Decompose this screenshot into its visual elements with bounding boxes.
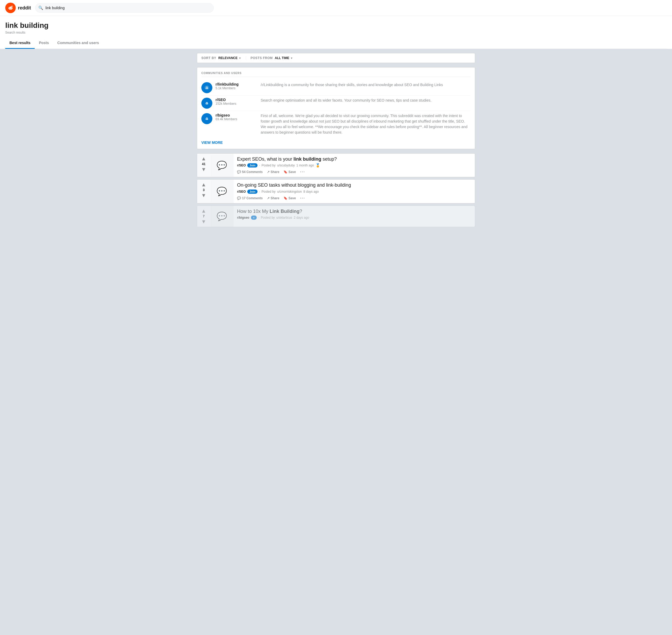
vote-column: ▲ 41 ▼ xyxy=(197,154,210,177)
community-members: 5.1k Members xyxy=(216,86,258,90)
tabs-container: Best results Posts Communities and users xyxy=(5,38,667,49)
dot-separator: · xyxy=(259,190,260,194)
post-title-suffix: ? xyxy=(300,209,302,214)
sort-value: RELEVANCE xyxy=(218,56,238,60)
more-actions[interactable]: ··· xyxy=(300,170,305,174)
tab-communities[interactable]: Communities and users xyxy=(53,38,103,49)
comments-action[interactable]: 💬 17 Comments xyxy=(237,196,263,200)
upvote-button[interactable]: ▲ xyxy=(201,208,206,214)
community-item: r/linkbuilding 5.1k Members /r/Linkbuild… xyxy=(201,80,471,95)
save-icon: 🔖 xyxy=(283,170,287,174)
award-icon: 🏅 xyxy=(316,163,320,168)
downvote-button[interactable]: ▼ xyxy=(201,219,206,225)
post-title[interactable]: Expert SEOs, what is your link building … xyxy=(237,156,471,162)
subreddit-name[interactable]: r/SEO xyxy=(237,163,246,167)
sort-relevance-button[interactable]: RELEVANCE ▼ xyxy=(218,56,241,60)
share-icon: ↗ xyxy=(267,170,269,174)
comments-count: 17 Comments xyxy=(242,196,263,200)
save-action[interactable]: 🔖 Save xyxy=(283,170,296,174)
share-label: Share xyxy=(270,170,279,174)
post-meta: r/SEO Join · Posted by u/scubyduby 1 mon… xyxy=(237,163,471,168)
comments-action[interactable]: 💬 54 Comments xyxy=(237,170,263,174)
vote-count: 7 xyxy=(203,215,205,218)
community-name[interactable]: r/SEO xyxy=(216,97,258,102)
logo[interactable]: reddit xyxy=(5,3,31,13)
post-thumbnail-icon: 💬 xyxy=(217,160,227,170)
view-more-button[interactable]: VIEW MORE xyxy=(201,140,223,145)
community-info: r/SEO 152k Members xyxy=(216,97,258,106)
search-title-area: link building Search results Best result… xyxy=(0,16,672,49)
community-avatar[interactable] xyxy=(201,97,212,109)
search-icon: 🔍 xyxy=(38,5,43,10)
community-item: r/SEO 152k Members Search engine optimis… xyxy=(201,95,471,111)
downvote-button[interactable]: ▼ xyxy=(201,192,206,198)
post-title-prefix: How to 10x My xyxy=(237,209,269,214)
upvote-button[interactable]: ▲ xyxy=(201,156,206,162)
page-title: link building xyxy=(5,21,667,30)
svg-point-3 xyxy=(11,7,12,8)
tab-posts[interactable]: Posts xyxy=(35,38,53,49)
sort-by-label: SORT BY xyxy=(201,56,216,60)
post-thumbnail: 💬 xyxy=(210,154,233,177)
post-actions: 💬 54 Comments ↗ Share 🔖 Save ··· xyxy=(237,170,471,174)
community-avatar[interactable] xyxy=(201,82,212,93)
sort-bar: SORT BY RELEVANCE ▼ | POSTS FROM ALL TIM… xyxy=(197,53,475,63)
dot-separator: · xyxy=(258,216,259,219)
svg-line-6 xyxy=(10,6,12,7)
share-icon: ↗ xyxy=(267,196,269,200)
join-button[interactable]: + xyxy=(251,216,257,220)
svg-point-5 xyxy=(12,6,12,7)
post-card: ▲ 41 ▼ 💬 Expert SEOs, what is your link … xyxy=(197,153,475,177)
share-action[interactable]: ↗ Share xyxy=(267,196,279,200)
posted-by-label: Posted by xyxy=(261,216,275,219)
community-description: /r/Linkbuilding is a community for those… xyxy=(261,82,471,88)
posts-from-button[interactable]: ALL TIME ▼ xyxy=(275,56,293,60)
share-action[interactable]: ↗ Share xyxy=(267,170,279,174)
post-title[interactable]: How to 10x My Link Building? xyxy=(237,209,471,215)
more-actions[interactable]: ··· xyxy=(300,196,305,201)
post-actions: 💬 17 Comments ↗ Share 🔖 Save ··· xyxy=(237,196,471,201)
post-meta: r/bigseo + · Posted by u/sklarticus 2 da… xyxy=(237,216,471,220)
sort-arrow-icon: ▼ xyxy=(239,57,241,60)
posts-from-value: ALL TIME xyxy=(275,56,289,60)
post-meta: r/SEO Join · Posted by u/cmorriskingston… xyxy=(237,190,471,194)
community-name[interactable]: r/bigseo xyxy=(216,113,258,117)
community-members: 152k Members xyxy=(216,102,258,106)
sort-separator: | xyxy=(245,56,246,60)
save-action[interactable]: 🔖 Save xyxy=(283,196,296,200)
save-icon: 🔖 xyxy=(283,196,287,200)
join-button[interactable]: Join xyxy=(247,190,258,194)
post-time: 2 days ago xyxy=(294,216,309,219)
post-thumbnail-icon: 💬 xyxy=(217,211,227,221)
subreddit-name[interactable]: r/bigseo xyxy=(237,216,250,219)
community-avatar[interactable] xyxy=(201,113,212,124)
comments-icon: 💬 xyxy=(237,196,241,200)
post-title-text: On-going SEO tasks without blogging and … xyxy=(237,182,351,188)
community-name[interactable]: r/linkbuilding xyxy=(216,82,258,86)
communities-section-header: COMMUNITIES AND USERS xyxy=(201,72,471,77)
posted-by-label: Posted by xyxy=(261,190,275,194)
post-author[interactable]: u/sklarticus xyxy=(276,216,292,219)
tab-best-results[interactable]: Best results xyxy=(5,38,35,49)
post-thumbnail: 💬 xyxy=(210,206,233,227)
svg-point-2 xyxy=(9,7,10,8)
join-button[interactable]: Join xyxy=(247,163,258,168)
post-time: 1 month ago xyxy=(296,163,314,167)
vote-count: 41 xyxy=(202,162,205,166)
posted-by-label: Posted by xyxy=(261,163,275,167)
post-author[interactable]: u/scubyduby xyxy=(277,163,295,167)
post-body: On-going SEO tasks without blogging and … xyxy=(233,179,475,203)
community-description: Search engine optimisation and all its w… xyxy=(261,97,471,103)
post-title-suffix: setup? xyxy=(321,156,337,162)
search-input[interactable] xyxy=(35,3,214,13)
vote-column: ▲ 3 ▼ xyxy=(197,179,210,203)
save-label: Save xyxy=(288,170,296,174)
post-title[interactable]: On-going SEO tasks without blogging and … xyxy=(237,182,471,188)
downvote-button[interactable]: ▼ xyxy=(201,167,206,173)
post-title-prefix: Expert SEOs, what is your xyxy=(237,156,294,162)
vote-column: ▲ 7 ▼ xyxy=(197,206,210,227)
upvote-button[interactable]: ▲ xyxy=(201,182,206,188)
post-author[interactable]: u/cmorriskingston xyxy=(277,190,302,194)
subreddit-name[interactable]: r/SEO xyxy=(237,190,246,194)
community-item: r/bigseo 69.4k Members First of all, wel… xyxy=(201,111,471,137)
